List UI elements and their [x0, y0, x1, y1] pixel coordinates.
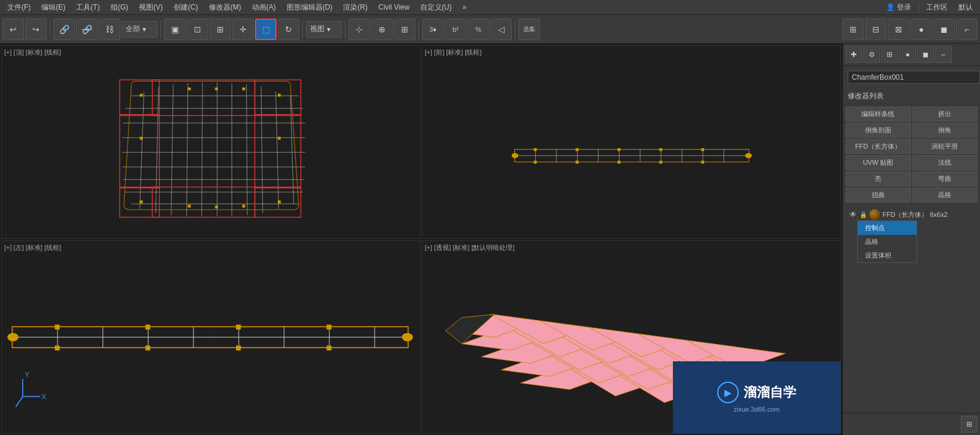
stack-item-ffd[interactable]: 👁 🔒 FFD（长方体） 6x6x2 控制点 晶格 设置体积	[845, 207, 978, 222]
svg-rect-64	[701, 148, 704, 151]
svg-rect-27	[278, 93, 281, 96]
type-3d-btn[interactable]: 3♦	[422, 19, 444, 40]
right-panel: ✚ ⚙ ⊞ ● ◼ ⌐ 修改器列表 编辑样条线 挤出 倒角剖面 倒角 FFD（长…	[842, 44, 980, 435]
type-arrow-btn[interactable]: ◁	[490, 19, 512, 40]
object-name-input[interactable]	[848, 71, 980, 84]
viewport-front[interactable]: [+] [前] [标准] [线框]	[422, 45, 842, 239]
mod-btn-uvw-map[interactable]: UVW 贴图	[845, 155, 911, 170]
menu-more[interactable]: »	[457, 2, 471, 13]
graph-icon-2[interactable]: ⊟	[865, 19, 887, 40]
graph-icon-6[interactable]: ⌐	[956, 19, 978, 40]
menu-file[interactable]: 文件(F)	[2, 1, 35, 14]
mod-btn-shell[interactable]: 壳	[845, 171, 911, 186]
menu-default[interactable]: 默认	[954, 1, 978, 14]
menu-graph-editor[interactable]: 图形编辑器(D)	[282, 1, 338, 14]
mod-btn-nurbs-smooth[interactable]: 涡轮平滑	[912, 139, 978, 154]
watermark: ▶ 溜溜自学 zixue.3d66.com	[673, 361, 841, 433]
svg-rect-87	[236, 324, 241, 329]
mod-btn-chamfer[interactable]: 倒角	[912, 123, 978, 138]
svg-rect-67	[617, 161, 620, 164]
top-view-wireframe	[2, 46, 420, 238]
svg-rect-31	[188, 205, 191, 208]
select-filter-button[interactable]: ⊞	[210, 19, 231, 40]
svg-rect-33	[242, 205, 245, 208]
svg-point-84	[402, 333, 413, 341]
create-select-set[interactable]: 选集	[518, 19, 540, 40]
modifier-list-header: 修改器列表	[843, 89, 980, 104]
menu-view[interactable]: 视图(V)	[134, 1, 168, 14]
svg-rect-34	[278, 201, 281, 204]
menu-animate[interactable]: 动画(A)	[247, 1, 281, 14]
popup-lattice[interactable]: 晶格	[858, 235, 917, 249]
mirror-tool[interactable]: ⊕	[371, 19, 393, 40]
panel-render-btn[interactable]: ⊞	[961, 416, 978, 433]
mod-btn-normal[interactable]: 法线	[912, 155, 978, 170]
menu-custom[interactable]: 自定义(U)	[415, 1, 457, 14]
mod-btn-twist[interactable]: 扭曲	[845, 188, 911, 203]
graph-icon-4[interactable]: ●	[911, 19, 932, 40]
utility-panel-btn[interactable]: ⌐	[935, 46, 952, 63]
svg-rect-91	[236, 345, 241, 350]
popup-control-points[interactable]: 控制点	[858, 221, 917, 235]
create-panel-btn[interactable]: ✚	[845, 46, 862, 63]
menu-login[interactable]: 👤 登录	[881, 1, 916, 14]
popup-set-volume[interactable]: 设置体积	[858, 249, 917, 262]
hierarchy-panel-btn[interactable]: ⊞	[881, 46, 898, 63]
motion-panel-btn[interactable]: ●	[899, 46, 916, 63]
select-tool[interactable]: ▣	[164, 19, 186, 40]
watermark-icon: ▶	[717, 382, 739, 403]
menu-group[interactable]: 组(G)	[106, 1, 133, 14]
move-tool[interactable]: ✛	[232, 19, 254, 40]
type-b-btn[interactable]: b²	[445, 19, 466, 40]
undo-button[interactable]: ↩	[2, 19, 24, 40]
ffd-visibility-icon[interactable]: 👁	[849, 210, 857, 219]
select-region-button[interactable]: ⊡	[187, 19, 208, 40]
menu-civil-view[interactable]: Civil View	[374, 2, 414, 13]
svg-rect-66	[575, 161, 578, 164]
graph-icon-1[interactable]: ⊞	[842, 19, 864, 40]
mod-btn-extrude[interactable]: 挤出	[912, 107, 978, 122]
unlink-button[interactable]: 🔗	[76, 19, 98, 40]
view-dropdown[interactable]: 视图 ▾	[306, 21, 342, 38]
graph-icon-3[interactable]: ⊠	[888, 19, 909, 40]
viewport-left[interactable]: [+] [左] [标准] [线框]	[1, 240, 421, 434]
modify-panel-btn[interactable]: ⚙	[863, 46, 880, 63]
svg-rect-28	[139, 137, 142, 140]
rotate-tool[interactable]: ↻	[278, 19, 299, 40]
menu-separator	[918, 2, 919, 12]
menu-tools[interactable]: 工具(T)	[71, 1, 104, 14]
svg-rect-92	[327, 345, 332, 350]
svg-rect-65	[533, 161, 536, 164]
svg-rect-30	[139, 201, 142, 204]
svg-rect-62	[617, 148, 620, 151]
play-icon: ▶	[724, 387, 732, 398]
mod-btn-ffd-box[interactable]: FFD（长方体）	[845, 139, 911, 154]
menu-render[interactable]: 渲染(R)	[338, 1, 372, 14]
svg-text:X: X	[41, 392, 46, 400]
toolbar-sep-1	[50, 20, 50, 38]
display-panel-btn[interactable]: ◼	[917, 46, 934, 63]
menu-workspace[interactable]: 工作区	[921, 1, 952, 14]
select-all-dropdown[interactable]: 全部 ▾	[122, 21, 157, 38]
menu-edit[interactable]: 编辑(E)	[37, 1, 70, 14]
mod-btn-chamfer-surface[interactable]: 倒角剖面	[845, 123, 911, 138]
graph-icon-5[interactable]: ◼	[933, 19, 955, 40]
chamferbox-visibility-icon[interactable]	[849, 224, 857, 232]
mod-btn-bend[interactable]: 弯曲	[912, 171, 978, 186]
bind-button[interactable]: ⛓	[99, 19, 120, 40]
menu-modifier[interactable]: 修改器(M)	[204, 1, 246, 14]
redo-button[interactable]: ↪	[25, 19, 47, 40]
mod-btn-edit-spline[interactable]: 编辑样条线	[845, 107, 911, 122]
viewport-perspective[interactable]: [+] [透视] [标准] [默认明暗处理]	[422, 240, 842, 434]
array-tool[interactable]: ⊞	[394, 19, 415, 40]
type-percent-btn[interactable]: %	[468, 19, 489, 40]
snap-tool[interactable]: ⊹	[348, 19, 370, 40]
mod-btn-lattice[interactable]: 晶格	[912, 188, 978, 203]
select-box-button[interactable]: ⬚	[255, 19, 277, 40]
ffd-dropdown-popup[interactable]: 控制点 晶格 设置体积	[857, 220, 917, 263]
menu-create[interactable]: 创建(C)	[169, 1, 203, 14]
viewport-top[interactable]: [+] [顶] [标准] [线框]	[1, 45, 421, 239]
main-container: [+] [顶] [标准] [线框]	[0, 44, 980, 435]
svg-point-58	[511, 153, 518, 158]
link-button[interactable]: 🔗	[53, 19, 75, 40]
